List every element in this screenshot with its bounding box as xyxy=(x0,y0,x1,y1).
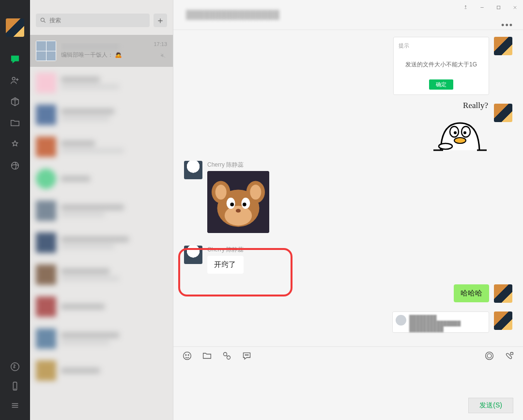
svg-point-28 xyxy=(188,355,189,356)
history-button[interactable] xyxy=(242,351,252,363)
search-placeholder: 搜索 xyxy=(49,16,61,25)
message-item: Cherry 陈静蕊 开窍了 xyxy=(184,246,512,274)
svg-point-0 xyxy=(12,77,15,80)
nav-moments-icon[interactable] xyxy=(0,155,30,176)
sender-avatar[interactable] xyxy=(184,246,202,264)
svg-point-13 xyxy=(439,143,452,149)
svg-point-30 xyxy=(227,356,231,359)
svg-point-4 xyxy=(15,389,15,389)
svg-point-24 xyxy=(243,202,246,206)
group-avatar xyxy=(36,41,56,61)
mute-icon xyxy=(160,52,166,61)
message-bubble[interactable]: 哈哈哈 xyxy=(454,284,489,302)
nav-phone-icon[interactable] xyxy=(0,376,30,396)
link-card[interactable]: █████████████████████████████████ xyxy=(392,311,489,333)
chat-title: ████████████████ xyxy=(186,10,279,20)
compose-area[interactable]: 发送(S) xyxy=(173,367,523,420)
nav-discover-icon[interactable] xyxy=(0,134,30,155)
svg-point-17 xyxy=(215,185,227,200)
my-avatar[interactable] xyxy=(494,284,512,303)
my-avatar[interactable] xyxy=(494,104,512,122)
svg-point-33 xyxy=(247,355,248,355)
my-avatar[interactable] xyxy=(494,37,512,55)
svg-point-29 xyxy=(224,353,227,356)
emoji-button[interactable] xyxy=(182,351,192,363)
maximize-button[interactable] xyxy=(490,0,507,15)
svg-point-5 xyxy=(41,18,44,21)
svg-point-27 xyxy=(185,355,186,356)
message-item: 哈哈哈 xyxy=(184,284,512,303)
sender-name: Cherry 陈静蕊 xyxy=(207,246,244,254)
sender-avatar[interactable] xyxy=(184,161,202,179)
nav-files-icon[interactable] xyxy=(0,112,30,134)
nav-chat-icon[interactable] xyxy=(0,48,30,70)
svg-point-34 xyxy=(487,354,492,358)
svg-point-10 xyxy=(454,131,457,134)
close-button[interactable] xyxy=(507,0,523,15)
message-item: Really? xyxy=(184,104,512,152)
message-item: █████████████████████████████████ xyxy=(184,311,512,333)
pin-button[interactable] xyxy=(457,0,474,15)
svg-point-1 xyxy=(12,162,19,170)
svg-rect-36 xyxy=(510,353,513,355)
chat-more-button[interactable]: ••• xyxy=(501,20,513,31)
conversation-column: 搜索 ＋ 编辑部唯一干饭人： 🙇 17:13 xyxy=(30,0,173,420)
voice-call-button[interactable] xyxy=(484,351,494,363)
svg-point-35 xyxy=(486,352,493,360)
nav-collect-icon[interactable] xyxy=(0,91,30,112)
svg-point-26 xyxy=(184,352,191,360)
card-hint: 提示 xyxy=(399,42,484,49)
message-item: Cherry 陈静蕊 xyxy=(184,161,512,233)
card-confirm-button[interactable]: 确定 xyxy=(429,79,453,90)
svg-point-20 xyxy=(225,206,252,226)
nav-contacts-icon[interactable] xyxy=(0,70,30,91)
nav-rail xyxy=(0,0,30,420)
new-chat-button[interactable]: ＋ xyxy=(154,14,167,27)
video-call-button[interactable] xyxy=(504,351,514,363)
sticker-jerry[interactable] xyxy=(207,171,269,233)
conversation-name xyxy=(61,43,119,50)
compose-toolbar xyxy=(173,346,523,367)
svg-point-25 xyxy=(236,209,241,213)
nav-miniprogram-icon[interactable] xyxy=(0,357,30,376)
minimize-button[interactable] xyxy=(474,0,490,15)
send-button[interactable]: 发送(S) xyxy=(468,398,513,413)
sender-name: Cherry 陈静蕊 xyxy=(207,161,269,169)
conversation-time: 17:13 xyxy=(154,41,167,47)
message-item: 提示 发送的文件大小不能大于1G 确定 xyxy=(184,37,512,95)
svg-point-31 xyxy=(245,355,246,355)
svg-point-11 xyxy=(463,131,466,134)
message-bubble[interactable]: 开窍了 xyxy=(207,256,244,274)
chat-column: ████████████████ ••• 提示 发送的文件大小不能大于1G 确定 xyxy=(173,0,523,420)
system-card[interactable]: 提示 发送的文件大小不能大于1G 确定 xyxy=(393,37,489,95)
search-input[interactable]: 搜索 xyxy=(36,14,150,27)
conversation-item[interactable]: 编辑部唯一干饭人： 🙇 17:13 xyxy=(30,35,173,67)
nav-menu-icon[interactable] xyxy=(0,396,30,415)
svg-point-32 xyxy=(246,355,247,355)
sticker-really[interactable]: Really? xyxy=(431,104,489,152)
file-button[interactable] xyxy=(202,351,212,363)
svg-point-19 xyxy=(250,185,261,200)
svg-point-2 xyxy=(11,363,19,371)
svg-point-12 xyxy=(454,138,466,143)
svg-rect-7 xyxy=(497,6,500,9)
message-list: 提示 发送的文件大小不能大于1G 确定 Really? xyxy=(173,30,523,346)
window-controls xyxy=(457,0,523,15)
my-avatar[interactable] xyxy=(494,311,512,330)
screenshot-button[interactable] xyxy=(222,351,232,363)
card-body: 发送的文件大小不能大于1G xyxy=(399,61,484,69)
svg-point-23 xyxy=(230,202,234,206)
my-avatar[interactable] xyxy=(6,18,24,37)
conversation-preview: 编辑部唯一干饭人： 🙇 xyxy=(61,51,167,59)
